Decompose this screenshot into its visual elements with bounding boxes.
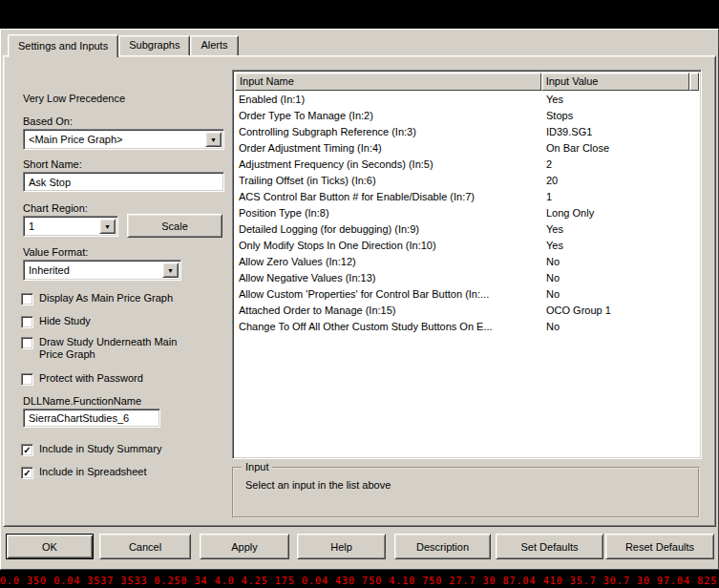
checkbox-protect-with-password[interactable]: Protect with Password bbox=[21, 372, 143, 386]
input-name-cell: Order Adjustment Timing (In:4) bbox=[235, 142, 542, 154]
input-row[interactable]: Allow Custom 'Properties' for Control Ba… bbox=[235, 285, 699, 302]
input-row[interactable]: Adjustment Frequency (in Seconds) (In:5)… bbox=[235, 156, 699, 172]
input-name-cell: Trailing Offset (in Ticks) (In:6) bbox=[235, 175, 542, 186]
chevron-down-icon: ▼ bbox=[167, 267, 174, 274]
value-format-value: Inherited bbox=[24, 264, 162, 276]
apply-button[interactable]: Apply bbox=[200, 534, 289, 559]
input-name-cell: Order Type To Manage (In:2) bbox=[235, 110, 542, 121]
reset-defaults-button[interactable]: Reset Defaults bbox=[605, 534, 714, 559]
set-defaults-button[interactable]: Set Defaults bbox=[496, 534, 603, 559]
chart-region-value: 1 bbox=[24, 220, 99, 232]
input-name-cell: Attached Order to Manage (In:15) bbox=[235, 304, 542, 316]
based-on-label: Based On: bbox=[23, 116, 73, 127]
input-row[interactable]: Allow Negative Values (In:13)No bbox=[235, 269, 699, 285]
ticker-strip: 0.0 350 0.04 3537 3533 0.250 34 4.0 4.25… bbox=[0, 574, 719, 588]
input-value-cell: 20 bbox=[542, 175, 691, 186]
input-row[interactable]: Trailing Offset (in Ticks) (In:6)20 bbox=[235, 172, 699, 188]
input-name-cell: Allow Zero Values (In:12) bbox=[235, 256, 542, 267]
input-value-cell: No bbox=[542, 321, 691, 332]
input-row[interactable]: Change To Off All Other Custom Study But… bbox=[235, 318, 699, 334]
checkbox-draw-study-underneath[interactable]: Draw Study Underneath Main Price Graph bbox=[21, 336, 184, 361]
value-format-dropdown-button[interactable]: ▼ bbox=[162, 262, 179, 278]
input-name-cell: Position Type (In:8) bbox=[235, 207, 542, 219]
input-name-cell: Adjustment Frequency (in Seconds) (In:5) bbox=[235, 158, 542, 170]
dll-function-name-input[interactable] bbox=[23, 409, 160, 428]
checkbox-include-in-spreadsheet[interactable]: ✓ Include in Spreadsheet bbox=[21, 466, 147, 479]
screen: Settings and Inputs Subgraphs Alerts Ver… bbox=[0, 0, 719, 588]
checkbox-hide-study[interactable]: Hide Study bbox=[21, 315, 91, 328]
input-value-cell: On Bar Close bbox=[542, 142, 691, 154]
chart-region-select[interactable]: 1 ▼ bbox=[23, 216, 118, 237]
checkbox-label: Protect with Password bbox=[39, 372, 143, 385]
input-row[interactable]: Allow Zero Values (In:12)No bbox=[235, 253, 699, 269]
input-row[interactable]: Enabled (In:1)Yes bbox=[235, 91, 699, 107]
chevron-down-icon: ▼ bbox=[210, 136, 217, 143]
value-format-select[interactable]: Inherited ▼ bbox=[23, 260, 181, 281]
checkbox-display-as-main-price-graph[interactable]: Display As Main Price Graph bbox=[21, 292, 173, 305]
input-row[interactable]: Order Adjustment Timing (In:4)On Bar Clo… bbox=[235, 139, 699, 156]
checkbox-box: ✓ bbox=[21, 467, 33, 479]
input-name-cell: Allow Custom 'Properties' for Control Ba… bbox=[235, 288, 542, 300]
input-value-cell: Stops bbox=[542, 110, 691, 121]
input-groupbox: Input Select an input in the list above bbox=[232, 467, 700, 518]
precedence-text: Very Low Precedence bbox=[23, 93, 125, 104]
short-name-label: Short Name: bbox=[23, 158, 82, 170]
checkbox-box bbox=[21, 316, 33, 328]
input-value-cell: No bbox=[542, 272, 691, 284]
dll-function-name-label: DLLName.FunctionName bbox=[23, 395, 141, 407]
input-groupbox-title: Input bbox=[242, 461, 272, 472]
cancel-button[interactable]: Cancel bbox=[99, 534, 191, 559]
ok-button[interactable]: OK bbox=[6, 534, 94, 559]
short-name-input[interactable] bbox=[23, 172, 224, 192]
checkbox-box bbox=[21, 373, 33, 386]
input-row[interactable]: Attached Order to Manage (In:15)OCO Grou… bbox=[235, 302, 699, 318]
checkbox-label: Draw Study Underneath Main Price Graph bbox=[39, 336, 184, 361]
checkbox-box: ✓ bbox=[21, 444, 33, 456]
input-row[interactable]: Detailed Logging (for debugging) (In:9)Y… bbox=[235, 220, 699, 237]
inputs-table: Input Name Input Value Enabled (In:1)Yes… bbox=[232, 70, 702, 459]
input-name-cell: Only Modify Stops In One Direction (In:1… bbox=[235, 240, 542, 251]
input-row[interactable]: ACS Control Bar Button # for Enable/Disa… bbox=[235, 188, 699, 204]
checkbox-label: Hide Study bbox=[39, 315, 91, 327]
input-value-cell: Yes bbox=[542, 223, 691, 235]
based-on-dropdown-button[interactable]: ▼ bbox=[205, 132, 222, 147]
scale-button[interactable]: Scale bbox=[127, 214, 222, 238]
checkbox-box bbox=[21, 337, 33, 349]
input-row[interactable]: Position Type (In:8)Long Only bbox=[235, 204, 699, 220]
input-row[interactable]: Controlling Subgraph Reference (In:3)ID3… bbox=[235, 123, 699, 139]
input-value-cell: No bbox=[542, 288, 691, 300]
input-name-cell: Allow Negative Values (In:13) bbox=[235, 272, 542, 284]
column-header-input-value[interactable]: Input Value bbox=[541, 73, 689, 91]
input-value-cell: OCO Group 1 bbox=[542, 304, 691, 316]
input-value-cell: 1 bbox=[542, 191, 691, 202]
input-value-cell: ID39.SG1 bbox=[542, 126, 691, 137]
input-row[interactable]: Only Modify Stops In One Direction (In:1… bbox=[235, 237, 699, 253]
chevron-down-icon: ▼ bbox=[104, 223, 111, 230]
tab-strip: Settings and Inputs Subgraphs Alerts bbox=[8, 34, 239, 55]
column-header-input-name[interactable]: Input Name bbox=[235, 73, 541, 91]
checkbox-label: Display As Main Price Graph bbox=[39, 292, 173, 304]
inputs-table-body: Enabled (In:1)Yes Order Type To Manage (… bbox=[235, 91, 699, 334]
checkbox-label: Include in Study Summary bbox=[39, 443, 161, 455]
chart-region-label: Chart Region: bbox=[23, 202, 88, 214]
tab-alerts[interactable]: Alerts bbox=[190, 35, 238, 55]
check-mark-icon: ✓ bbox=[23, 446, 31, 455]
chart-region-dropdown-button[interactable]: ▼ bbox=[99, 219, 116, 234]
input-name-cell: Detailed Logging (for debugging) (In:9) bbox=[235, 223, 542, 235]
inputs-table-header: Input Name Input Value bbox=[235, 73, 699, 91]
input-value-cell: No bbox=[542, 256, 691, 267]
input-value-cell: Yes bbox=[542, 94, 691, 105]
column-header-filler bbox=[689, 73, 699, 91]
input-value-cell: 2 bbox=[542, 158, 691, 170]
input-name-cell: Enabled (In:1) bbox=[235, 94, 542, 105]
tab-settings-and-inputs[interactable]: Settings and Inputs bbox=[8, 34, 118, 57]
help-button[interactable]: Help bbox=[297, 534, 386, 559]
input-row[interactable]: Order Type To Manage (In:2)Stops bbox=[235, 107, 699, 123]
checkbox-box bbox=[21, 293, 33, 305]
value-format-label: Value Format: bbox=[23, 246, 88, 258]
tab-subgraphs[interactable]: Subgraphs bbox=[118, 35, 190, 55]
checkbox-include-in-study-summary[interactable]: ✓ Include in Study Summary bbox=[21, 443, 161, 456]
based-on-select[interactable]: <Main Price Graph> ▼ bbox=[23, 129, 224, 150]
description-button[interactable]: Description bbox=[394, 534, 491, 559]
input-name-cell: ACS Control Bar Button # for Enable/Disa… bbox=[235, 191, 542, 202]
